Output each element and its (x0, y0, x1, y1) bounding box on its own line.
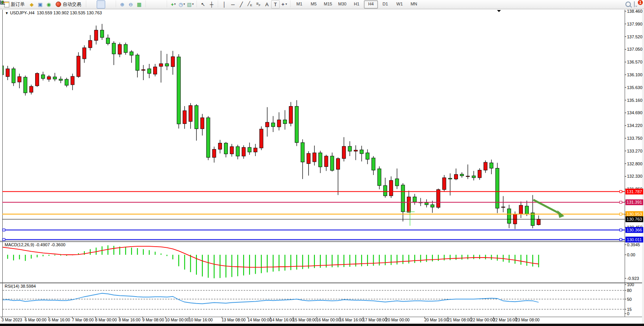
autotrade-icon (56, 2, 61, 7)
svg-text:137.520: 137.520 (627, 34, 642, 39)
svg-text:15 Mar 08:00: 15 Mar 08:00 (293, 317, 317, 322)
chart-background (0, 9, 644, 326)
workspace-icon[interactable]: ◆ (27, 0, 36, 9)
horizontal-line-tool-icon[interactable]: ─ (229, 0, 237, 9)
tab-period-M1[interactable]: M1 (292, 0, 306, 9)
svg-text:13 Mar 08:00: 13 Mar 08:00 (222, 317, 246, 322)
toolbar-separator (289, 1, 292, 8)
line-handle[interactable] (620, 238, 622, 241)
svg-text:137.050: 137.050 (627, 47, 642, 51)
zoom-out-icon[interactable]: ⊖ (126, 0, 135, 9)
svg-text:130.763: 130.763 (627, 217, 642, 221)
bar-chart-mode-icon[interactable] (88, 0, 97, 9)
svg-text:137.990: 137.990 (627, 22, 642, 26)
svg-text:14 Mar 00:00: 14 Mar 00:00 (248, 317, 272, 322)
toolbar-separator (85, 1, 87, 8)
toolbar-separator (217, 1, 219, 8)
candlestick-mode-icon[interactable] (97, 0, 105, 9)
svg-text:23 Mar 08:00: 23 Mar 08:00 (516, 317, 540, 322)
collapse-one-click-icon[interactable]: ▼ (5, 11, 9, 15)
svg-text:16 Mar 00:00: 16 Mar 00:00 (316, 317, 340, 322)
auto-scroll-icon[interactable] (148, 0, 156, 9)
svg-text:7 Mar 08:00: 7 Mar 08:00 (72, 317, 94, 322)
new-order-button[interactable]: 新订单 (2, 0, 27, 9)
toolbar-separator (144, 1, 147, 8)
svg-text:20 Mar 00:00: 20 Mar 00:00 (386, 317, 410, 322)
line-handle[interactable] (620, 190, 622, 193)
svg-text:20 Mar 16:00: 20 Mar 16:00 (424, 317, 448, 322)
search-icon[interactable] (625, 2, 631, 7)
svg-text:0.00: 0.00 (627, 252, 635, 257)
rsi-indicator-label: RSI(14) 38.5984 (5, 284, 36, 288)
toolbar-separator (114, 1, 117, 8)
svg-text:-0.923: -0.923 (627, 276, 639, 281)
notification-badge: 1 (638, 0, 643, 5)
svg-text:138.460: 138.460 (627, 9, 642, 14)
svg-text:132.330: 132.330 (627, 174, 642, 178)
line-handle[interactable] (620, 213, 622, 215)
svg-text:135.160: 135.160 (627, 98, 642, 103)
tab-period-H4[interactable]: H4 (364, 0, 378, 9)
svg-text:8 Mar 00:00: 8 Mar 00:00 (95, 317, 117, 322)
svg-text:3 Mar 2023: 3 Mar 2023 (2, 317, 22, 322)
toolbar-separator (166, 1, 168, 8)
notifications-icon[interactable]: 1 (634, 2, 640, 7)
quote-text: USDJPY-,H4 130.559 130.902 130.535 130.7… (10, 10, 102, 15)
autotrade-label: 自动交易 (63, 1, 81, 8)
symbol-quote-header: ▼USDJPY-,H4 130.559 130.902 130.535 130.… (5, 10, 102, 15)
tile-windows-icon[interactable]: ▦ (135, 0, 143, 9)
label-tool-icon[interactable]: T (271, 0, 280, 9)
zoom-in-icon[interactable]: ⊕ (118, 0, 126, 9)
window-right-edge (642, 9, 644, 326)
indicators-icon[interactable]: +▾ (169, 0, 178, 9)
tab-period-W1[interactable]: W1 (393, 0, 407, 9)
svg-text:17 Mar 08:00: 17 Mar 08:00 (363, 317, 387, 322)
line-handle[interactable] (620, 201, 622, 203)
channel-tool-icon[interactable]: ╱E (246, 0, 254, 9)
tab-period-M30[interactable]: M30 (335, 0, 349, 9)
templates-icon[interactable]: ▧▾ (186, 0, 195, 9)
market-watch-icon[interactable]: ▣ (36, 0, 44, 9)
tab-period-M15[interactable]: M15 (321, 0, 335, 9)
svg-text:136.100: 136.100 (627, 72, 642, 77)
svg-text:15: 15 (627, 307, 632, 312)
svg-text:6 Mar 16:00: 6 Mar 16:00 (48, 317, 70, 322)
svg-text:22 Mar 16:00: 22 Mar 16:00 (493, 317, 517, 322)
svg-text:136.570: 136.570 (627, 60, 642, 64)
svg-text:0.3945: 0.3945 (627, 242, 640, 247)
main-toolbar: 新订单 ◆ ▣ ◉ 自动交易 ⊕ ⊖ ▦ +▾ ◷▾ (0, 0, 644, 9)
crosshair-icon[interactable]: ┼ (207, 0, 216, 9)
line-chart-mode-icon[interactable] (105, 0, 114, 9)
tab-period-M5[interactable]: M5 (307, 0, 321, 9)
signals-icon[interactable]: ◉ (44, 0, 53, 9)
toolbar-right-group: 1 (625, 2, 642, 7)
tab-period-H1[interactable]: H1 (350, 0, 364, 9)
line-handle[interactable] (3, 238, 5, 241)
svg-text:50: 50 (627, 297, 632, 302)
periods-clock-icon[interactable]: ◷▾ (178, 0, 186, 9)
svg-text:133.270: 133.270 (627, 149, 642, 153)
text-tool-icon[interactable]: A (263, 0, 271, 9)
svg-text:14 Mar 16:00: 14 Mar 16:00 (270, 317, 294, 322)
line-handle[interactable] (620, 229, 622, 231)
shapes-tool-icon[interactable]: ✦▾ (280, 0, 288, 9)
tab-period-D1[interactable]: D1 (378, 0, 392, 9)
fibonacci-tool-icon[interactable]: ≡F (254, 0, 263, 9)
svg-text:9 Mar 08:00: 9 Mar 08:00 (142, 317, 164, 322)
cursor-icon[interactable]: ↖ (199, 0, 207, 9)
macd-indicator-label: MACD(12,26,9) -0.4907 -0.3600 (5, 242, 65, 247)
chat-bubble-icon (634, 1, 635, 7)
line-handle[interactable] (3, 229, 5, 231)
chart-shift-icon[interactable] (156, 0, 165, 9)
svg-text:21 Mar 08:00: 21 Mar 08:00 (448, 317, 471, 322)
svg-text:135.630: 135.630 (627, 85, 642, 90)
trendline-tool-icon[interactable]: ╱ (237, 0, 246, 9)
svg-text:100: 100 (627, 282, 634, 287)
svg-text:134.220: 134.220 (627, 123, 642, 128)
tab-period-MN[interactable]: MN (407, 0, 421, 9)
chart-canvas[interactable]: 138.460137.990137.520137.050136.570136.1… (0, 0, 644, 326)
autotrade-button[interactable]: 自动交易 (53, 0, 84, 9)
toolbar-separator (195, 1, 198, 8)
svg-text:10 Mar 16:00: 10 Mar 16:00 (189, 317, 213, 322)
vertical-line-tool-icon[interactable]: │ (220, 0, 229, 9)
